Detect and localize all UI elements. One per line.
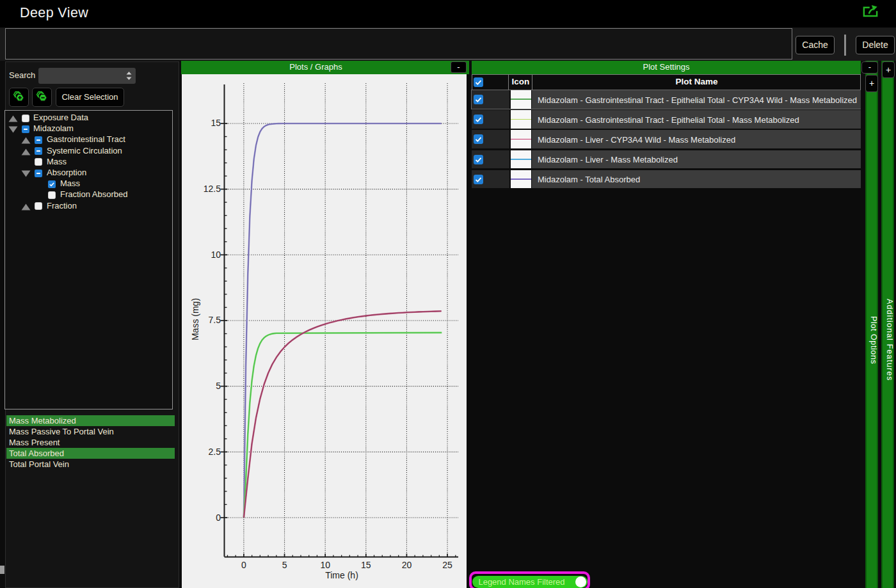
svg-text:2.5: 2.5 xyxy=(209,447,221,457)
svg-text:10: 10 xyxy=(320,560,330,570)
svg-text:12.5: 12.5 xyxy=(204,184,221,194)
svg-text:20: 20 xyxy=(402,560,412,570)
svg-text:10: 10 xyxy=(211,250,221,260)
svg-text:Time (h): Time (h) xyxy=(325,570,358,580)
svg-text:5: 5 xyxy=(216,381,221,391)
svg-text:15: 15 xyxy=(361,560,371,570)
svg-text:0: 0 xyxy=(241,560,246,570)
svg-text:Mass (mg): Mass (mg) xyxy=(190,298,200,340)
svg-text:15: 15 xyxy=(211,118,221,128)
svg-text:25: 25 xyxy=(442,560,452,570)
svg-text:7.5: 7.5 xyxy=(209,315,221,325)
svg-text:0: 0 xyxy=(216,513,221,523)
svg-text:5: 5 xyxy=(282,560,287,570)
